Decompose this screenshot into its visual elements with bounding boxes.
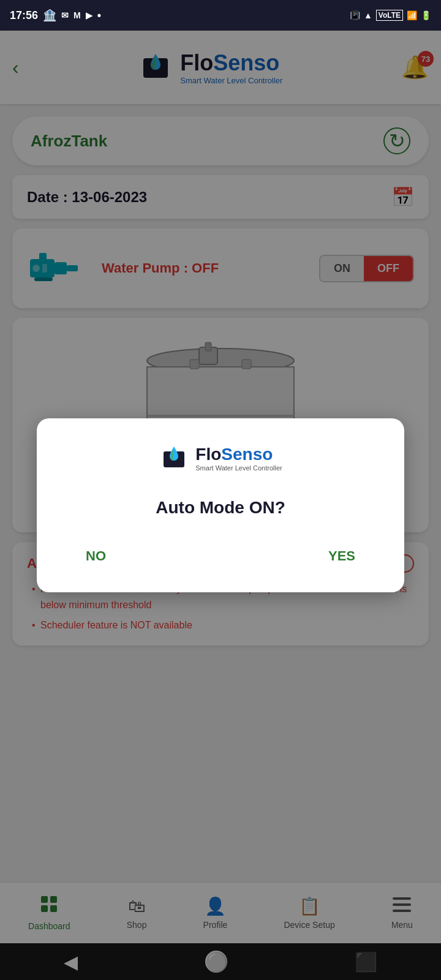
dialog-yes-button[interactable]: YES [304,542,380,570]
dialog-buttons: NO YES [61,542,380,570]
wifi-icon: ▲ [364,10,372,20]
lte-icon: VoLTE [376,10,403,21]
signal-icon: 📶 [407,10,417,20]
status-time: 17:56 [10,9,38,22]
email-icon: ✉ [61,10,69,20]
dialog-logo-text: FloSenso Smart Water Level Controller [195,445,282,472]
status-right: 📳 ▲ VoLTE 📶 🔋 [350,10,431,21]
dialog-logo-icon [159,443,189,473]
status-left: 17:56 🏦 ✉ M ▶ • [10,9,101,22]
dialog-logo-flo: Flo [195,445,221,464]
dialog-title: Auto Mode ON? [156,498,285,518]
dialog-logo-subtitle: Smart Water Level Controller [195,464,282,472]
youtube-icon: ▶ [86,10,92,20]
dialog-no-button[interactable]: NO [61,542,130,570]
battery-icon: 🔋 [421,10,431,20]
dialog-logo-senso: Senso [221,445,273,464]
status-bar: 17:56 🏦 ✉ M ▶ • 📳 ▲ VoLTE 📶 🔋 [0,0,441,31]
dialog-logo: FloSenso Smart Water Level Controller [159,443,282,473]
dot-icon: • [97,9,101,22]
app-content: ‹ FloSenso Smart Water Level Controller [0,31,441,980]
vibrate-icon: 📳 [350,10,360,20]
auto-mode-dialog: FloSenso Smart Water Level Controller Au… [37,418,404,592]
gmail-icon: M [74,10,81,20]
sim-icon: 🏦 [43,9,56,22]
